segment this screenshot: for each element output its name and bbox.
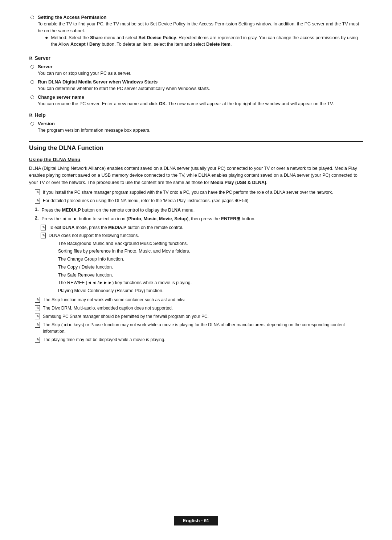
note-icon-1: ✎ [35,189,40,195]
version-content: Version The program version information … [38,121,363,134]
final-note2: ✎ The Divx DRM, Multi-audio, embedded ca… [35,305,363,311]
server-section: Server You can run or stop using your PC… [29,64,363,107]
server-item-title: Server [38,64,363,69]
change-server-title: Change server name [38,94,363,100]
change-server-text: You can rename the PC server. Enter a ne… [38,101,363,107]
server-r-title: Server [34,55,50,61]
footer-badge: English - 61 [174,516,218,525]
run-dlna-item: Run DLNA Digital Media Server when Windo… [29,79,363,92]
dlna-note1: ✎ If you install the PC share manager pr… [35,189,363,196]
note-icon-final-1: ✎ [35,297,40,303]
dlna-menu-section: Using the DLNA Menu DLNA (Digital Living… [29,157,363,343]
final-note5-text: The playing time may not be displayed wh… [43,336,363,343]
circle-bullet-version [30,122,34,126]
step2-number: 2. [35,216,38,221]
run-dlna-text: You can determine whether to start the P… [38,85,363,92]
version-text: The program version information message … [38,127,363,134]
access-permission-title: Setting the Access Permission [38,15,363,20]
change-server-content: Change server name You can rename the PC… [38,94,363,107]
access-permission-section: Setting the Access Permission To enable … [29,15,363,50]
unsupported-item3: The Change Group Info function. [58,256,363,263]
step2-subnote2-text: DLNA does not support the following func… [49,232,363,239]
step2-item: 2. Press the ◄ or ► button to select an … [35,216,363,222]
server-r-section: R Server [29,55,363,61]
unsupported-item6: The REW/FF (◄◄ /►►►) key functions while… [58,279,363,286]
run-dlna-title: Run DLNA Digital Media Server when Windo… [38,79,363,85]
final-note3: ✎ Samsung PC Share manager should be per… [35,313,363,320]
circle-bullet [30,16,34,19]
access-permission-bullet: ● Method: Select the Share menu and sele… [45,34,363,48]
note-icon-step2-2: ✎ [41,233,46,238]
final-note4-text: The Skip (◄/► keys) or Pause function ma… [43,322,363,335]
help-r-symbol: R [29,112,32,118]
help-r-title: Help [34,112,45,118]
final-note1: ✎ The Skip function may not work with so… [35,296,363,303]
note-icon-final-4: ✎ [35,322,40,328]
unsupported-item4: The Copy / Delete function. [58,264,363,271]
unsupported-item2: Sorting files by preference in the Photo… [58,248,363,255]
server-item-content: Server You can run or stop using your PC… [38,64,363,77]
help-r-section: R Help [29,112,363,118]
version-item: Version The program version information … [29,121,363,134]
run-dlna-content: Run DLNA Digital Media Server when Windo… [38,79,363,92]
server-item: Server You can run or stop using your PC… [29,64,363,77]
final-note5: ✎ The playing time may not be displayed … [35,336,363,343]
note-icon-final-3: ✎ [35,314,40,319]
circle-bullet-server [30,65,34,69]
final-note1-text: The Skip function may not work with some… [43,296,363,303]
circle-bullet-run-dlna [30,80,34,84]
step1-text: Press the MEDIA.P button on the remote c… [41,207,363,214]
step1-item: 1. Press the MEDIA.P button on the remot… [35,207,363,214]
help-section: Version The program version information … [29,121,363,134]
note-icon-final-2: ✎ [35,305,40,311]
dlna-section-heading: Using the DLNA Function [29,141,363,152]
access-permission-bullet-text: Method: Select the Share menu and select… [51,34,363,48]
dlna-note2: ✎ For detailed procedures on using the D… [35,197,363,204]
access-permission-content: Setting the Access Permission To enable … [38,15,363,50]
note-icon-final-5: ✎ [35,337,40,343]
dlna-menu-subtitle: Using the DLNA Menu [29,157,363,162]
circle-bullet-change-server [30,95,34,99]
unsupported-item5: The Safe Remove function. [58,272,363,279]
bullet-dot-symbol: ● [45,34,48,40]
access-permission-item: Setting the Access Permission To enable … [29,15,363,50]
note-icon-2: ✎ [35,198,40,204]
page-container: Setting the Access Permission To enable … [0,0,392,540]
final-note2-text: The Divx DRM, Multi-audio, embedded capt… [43,305,363,311]
server-item-text: You can run or stop using your PC as a s… [38,70,363,77]
note-icon-step2-1: ✎ [41,225,46,230]
step2-text: Press the ◄ or ► button to select an ico… [41,216,363,222]
dlna-note1-text: If you install the PC share manager prog… [43,189,363,196]
dlna-note2-text: For detailed procedures on using the DLN… [43,197,363,204]
dlna-intro-text: DLNA (Digital Living Network Alliance) e… [29,165,363,186]
step1-number: 1. [35,207,38,212]
dlna-section-title: Using the DLNA Function [29,144,363,152]
step2-subnote1-text: To exit DLNA mode, press the MEDIA.P but… [49,224,363,231]
final-note3-text: Samsung PC Share manager should be permi… [43,313,363,320]
server-r-symbol: R [29,55,32,61]
version-title: Version [38,121,363,126]
step2-subnote1: ✎ To exit DLNA mode, press the MEDIA.P b… [41,224,363,231]
access-permission-text1: To enable the TV to find your PC, the TV… [38,21,363,34]
step2-subnote2: ✎ DLNA does not support the following fu… [41,232,363,239]
final-note4: ✎ The Skip (◄/► keys) or Pause function … [35,322,363,335]
unsupported-item7: Playing Movie Continuously (Resume Play)… [58,287,363,294]
change-server-item: Change server name You can rename the PC… [29,94,363,107]
footer: English - 61 [0,516,392,525]
unsupported-item1: The Background Music and Background Musi… [58,240,363,247]
